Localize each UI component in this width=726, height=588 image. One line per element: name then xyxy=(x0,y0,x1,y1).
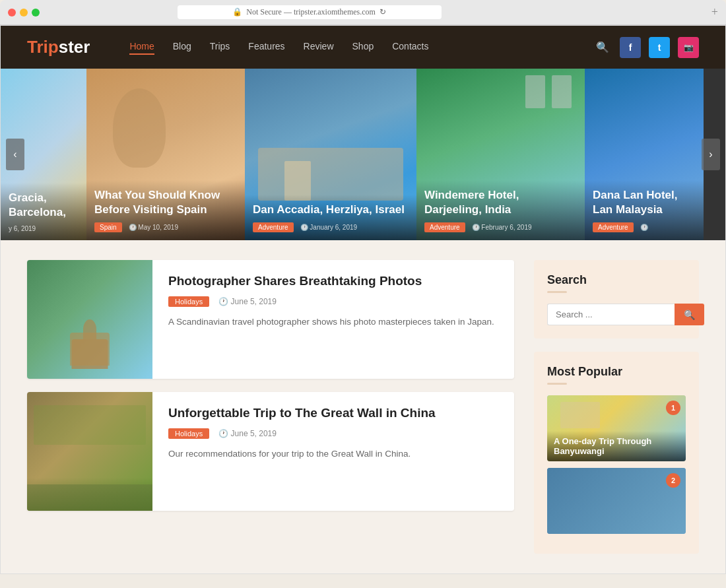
slide-5-tag: Adventure xyxy=(593,222,634,232)
slide-5-overlay: Dana Lan Hotel, Lan Malaysia Adventure 🕐 xyxy=(585,180,704,240)
search-widget-divider xyxy=(547,291,567,293)
article-date-2: 🕐 June 5, 2019 xyxy=(218,429,277,438)
header-right: 🔍 f t 📷 xyxy=(593,37,699,58)
slide-5-date: 🕐 xyxy=(640,224,648,231)
nav-item-blog[interactable]: Blog xyxy=(173,40,191,55)
slide-1-title: Gracia, Barcelona, xyxy=(9,191,79,220)
slide-4-meta: Adventure 🕐 February 6, 2019 xyxy=(424,222,577,232)
slider-next-button[interactable]: › xyxy=(702,139,720,170)
slide-1-date: y 6, 2019 xyxy=(9,225,36,232)
search-widget: Search 🔍 xyxy=(534,260,699,339)
main-content: Photographer Shares Breathtaking Photos … xyxy=(1,240,725,573)
popular-title-1: A One-day Trip Through Banyuwangi xyxy=(547,431,686,461)
slide-3-date: 🕐 January 6, 2019 xyxy=(300,224,358,231)
logo-ster: ster xyxy=(59,37,90,57)
instagram-button[interactable]: 📷 xyxy=(678,37,699,58)
search-input[interactable] xyxy=(547,304,675,325)
slide-2-overlay: What You Should Know Before Visiting Spa… xyxy=(86,180,245,240)
popular-widget-title: Most Popular xyxy=(547,365,686,379)
article-date-1: 🕐 June 5, 2019 xyxy=(218,297,277,306)
nav-item-features[interactable]: Features xyxy=(248,40,284,55)
reload-icon[interactable]: ↻ xyxy=(380,7,386,17)
facebook-button[interactable]: f xyxy=(620,37,641,58)
slide-4[interactable]: Windemere Hotel, Darjeeling, India Adven… xyxy=(416,69,585,240)
slide-1-meta: y 6, 2019 xyxy=(9,225,79,232)
site-wrapper: Tripster Home Blog Trips Features Review… xyxy=(0,25,726,574)
slide-3-tag: Adventure xyxy=(253,222,294,232)
hero-slider: ‹ Gracia, Barcelona, y 6, 2019 What You … xyxy=(1,69,725,240)
nav-item-review[interactable]: Review xyxy=(304,40,334,55)
nav-link-blog[interactable]: Blog xyxy=(173,41,191,51)
search-form: 🔍 xyxy=(547,304,686,325)
url-bar[interactable]: 🔒 Not Secure — tripster.axiomthemes.com … xyxy=(178,5,442,19)
search-submit-button[interactable]: 🔍 xyxy=(675,304,704,325)
main-nav: Home Blog Trips Features Review Shop Con… xyxy=(90,40,428,55)
site-logo[interactable]: Tripster xyxy=(27,37,90,57)
header-search-button[interactable]: 🔍 xyxy=(593,38,612,56)
article-body-2: Unforgettable Trip to The Great Wall in … xyxy=(152,392,514,511)
article-meta-2: Holidays 🕐 June 5, 2019 xyxy=(168,428,498,439)
logo-trip: Trip xyxy=(27,37,59,57)
slide-2-date: 🕐 May 10, 2019 xyxy=(129,224,178,231)
lock-icon: 🔒 xyxy=(232,7,242,17)
slide-3-title: Dan Accadia, Herzliya, Israel xyxy=(253,203,409,217)
nav-item-contacts[interactable]: Contacts xyxy=(392,40,428,55)
nav-link-home[interactable]: Home xyxy=(129,41,154,55)
article-thumb-2 xyxy=(27,392,152,511)
nav-link-contacts[interactable]: Contacts xyxy=(392,41,428,51)
sidebar: Search 🔍 Most Popular 1 A One-day Trip T… xyxy=(534,260,699,554)
nav-link-features[interactable]: Features xyxy=(248,41,284,51)
slide-5-title: Dana Lan Hotel, Lan Malaysia xyxy=(593,188,696,217)
search-widget-title: Search xyxy=(547,273,686,287)
slide-4-title: Windemere Hotel, Darjeeling, India xyxy=(424,188,577,217)
slide-3-meta: Adventure 🕐 January 6, 2019 xyxy=(253,222,409,232)
site-header: Tripster Home Blog Trips Features Review… xyxy=(1,26,725,69)
article-thumb-1 xyxy=(27,260,152,379)
popular-widget-divider xyxy=(547,383,567,385)
articles-list: Photographer Shares Breathtaking Photos … xyxy=(27,260,514,554)
nav-link-review[interactable]: Review xyxy=(304,41,334,51)
slide-2-tag: Spain xyxy=(94,222,122,232)
article-meta-1: Holidays 🕐 June 5, 2019 xyxy=(168,296,498,307)
slide-3[interactable]: Dan Accadia, Herzliya, Israel Adventure … xyxy=(245,69,416,240)
article-title-2[interactable]: Unforgettable Trip to The Great Wall in … xyxy=(168,405,498,422)
article-tag-2[interactable]: Holidays xyxy=(168,428,209,439)
article-excerpt-1: A Scandinavian travel photographer shows… xyxy=(168,315,498,329)
slide-4-date: 🕐 February 6, 2019 xyxy=(472,224,532,231)
twitter-button[interactable]: t xyxy=(649,37,670,58)
slide-4-tag: Adventure xyxy=(424,222,465,232)
nav-item-trips[interactable]: Trips xyxy=(210,40,230,55)
slide-2-meta: Spain 🕐 May 10, 2019 xyxy=(94,222,237,232)
popular-num-2: 2 xyxy=(666,473,680,488)
slide-5[interactable]: Dana Lan Hotel, Lan Malaysia Adventure 🕐 xyxy=(585,69,704,240)
slide-5-meta: Adventure 🕐 xyxy=(593,222,696,232)
article-title-1[interactable]: Photographer Shares Breathtaking Photos xyxy=(168,273,498,290)
new-tab-button[interactable]: + xyxy=(711,5,718,19)
nav-item-shop[interactable]: Shop xyxy=(352,40,374,55)
popular-widget: Most Popular 1 A One-day Trip Through Ba… xyxy=(534,352,699,554)
article-excerpt-2: Our recommendations for your trip to the… xyxy=(168,447,498,461)
popular-item-2[interactable]: 2 xyxy=(547,468,686,534)
slide-4-overlay: Windemere Hotel, Darjeeling, India Adven… xyxy=(416,180,585,240)
nav-link-trips[interactable]: Trips xyxy=(210,41,230,51)
nav-link-shop[interactable]: Shop xyxy=(352,41,374,51)
traffic-lights xyxy=(8,9,40,16)
slide-2-title: What You Should Know Before Visiting Spa… xyxy=(94,188,237,217)
article-card-2[interactable]: Unforgettable Trip to The Great Wall in … xyxy=(27,392,514,511)
slider-prev-button[interactable]: ‹ xyxy=(6,139,24,170)
url-text: Not Secure — tripster.axiomthemes.com xyxy=(246,7,376,17)
nav-item-home[interactable]: Home xyxy=(129,40,154,55)
popular-item-1[interactable]: 1 A One-day Trip Through Banyuwangi xyxy=(547,395,686,461)
slide-2[interactable]: What You Should Know Before Visiting Spa… xyxy=(86,69,245,240)
slide-1-overlay: Gracia, Barcelona, y 6, 2019 xyxy=(1,183,86,240)
article-tag-1[interactable]: Holidays xyxy=(168,296,209,307)
article-card-1[interactable]: Photographer Shares Breathtaking Photos … xyxy=(27,260,514,379)
fullscreen-button[interactable] xyxy=(32,9,40,16)
slide-3-overlay: Dan Accadia, Herzliya, Israel Adventure … xyxy=(245,195,416,240)
popular-num-1: 1 xyxy=(666,401,680,415)
browser-chrome: 🔒 Not Secure — tripster.axiomthemes.com … xyxy=(0,0,726,25)
minimize-button[interactable] xyxy=(20,9,28,16)
close-button[interactable] xyxy=(8,9,16,16)
article-body-1: Photographer Shares Breathtaking Photos … xyxy=(152,260,514,379)
